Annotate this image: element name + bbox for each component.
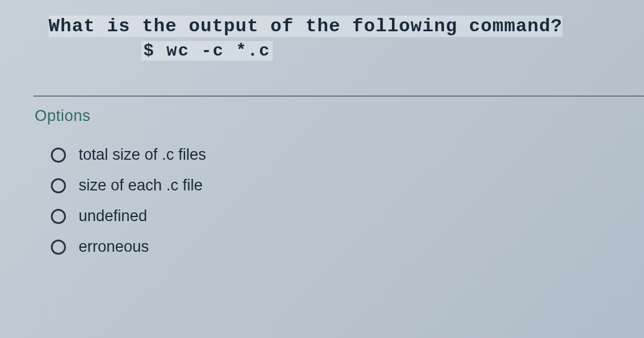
option-row[interactable]: total size of .c files bbox=[51, 146, 644, 164]
radio-icon[interactable] bbox=[51, 240, 66, 255]
option-row[interactable]: size of each .c file bbox=[51, 177, 644, 194]
question-prompt: What is the output of the following comm… bbox=[49, 16, 562, 37]
option-label: erroneous bbox=[79, 238, 149, 256]
radio-icon[interactable] bbox=[51, 148, 66, 163]
option-label: size of each .c file bbox=[79, 177, 203, 194]
question-block: What is the output of the following comm… bbox=[44, 13, 609, 65]
question-command: $ wc -c *.c bbox=[141, 41, 273, 61]
radio-icon[interactable] bbox=[51, 209, 66, 224]
section-divider bbox=[34, 95, 644, 97]
option-row[interactable]: undefined bbox=[51, 207, 644, 225]
option-row[interactable]: erroneous bbox=[51, 238, 644, 256]
radio-icon[interactable] bbox=[51, 178, 66, 193]
options-section: Options total size of .c files size of e… bbox=[35, 107, 644, 256]
options-heading: Options bbox=[35, 107, 644, 125]
option-label: undefined bbox=[79, 207, 147, 225]
option-label: total size of .c files bbox=[79, 146, 206, 164]
